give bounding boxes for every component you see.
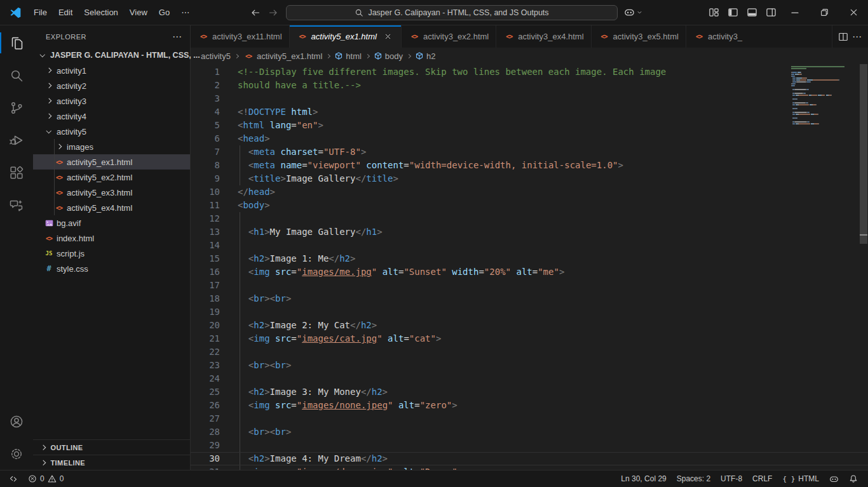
code-line-22[interactable]: 22 <box>191 345 868 359</box>
tab-activity3-ex11-html[interactable]: <>activity3_ex11.html <box>191 25 290 48</box>
editor-scrollbar[interactable] <box>859 64 868 470</box>
explorer-actions-icon[interactable]: ⋯ <box>172 31 182 43</box>
code-line-13[interactable]: 13 <h1>My Image Gallery</h1> <box>191 225 868 239</box>
activity-run-debug-button[interactable] <box>0 124 33 156</box>
explorer-item-activity5-ex4-html[interactable]: <>activity5_ex4.html <box>33 200 190 215</box>
code-line-7[interactable]: 7 <meta charset="UTF-8"> <box>191 145 868 159</box>
code-line-31[interactable]: 31 <img src="images/dream.jpg" alt="Drea… <box>191 465 868 470</box>
explorer-item-style-css[interactable]: #style.css <box>33 261 190 276</box>
breadcrumb-h2[interactable]: h2 <box>415 51 435 61</box>
menu-more[interactable]: ⋯ <box>175 6 196 19</box>
code-line-3[interactable]: 3 <box>191 92 868 105</box>
split-editor-button[interactable] <box>838 32 848 42</box>
activity-source-control-button[interactable] <box>0 91 33 124</box>
activity-settings-button[interactable] <box>0 437 33 470</box>
breadcrumb-html[interactable]: html <box>334 51 362 61</box>
toggle-primary-sidebar-button[interactable] <box>723 4 742 21</box>
code-line-28[interactable]: 28 <br><br> <box>191 425 868 439</box>
tab-activity5-ex1-html[interactable]: <>activity5_ex1.html <box>290 25 402 48</box>
language-mode[interactable]: { } HTML <box>777 470 824 487</box>
breadcrumb-body[interactable]: body <box>374 51 403 61</box>
explorer-item-images[interactable]: images <box>33 139 190 154</box>
tab-activity3-ex5-html[interactable]: <>activity3_ex5.html <box>592 25 686 48</box>
code-line-6[interactable]: 6<head> <box>191 132 868 145</box>
explorer-item-activity5-ex2-html[interactable]: <>activity5_ex2.html <box>33 170 190 185</box>
activity-explorer-button[interactable] <box>0 27 33 59</box>
code-line-1[interactable]: 1<!--Display five different images. Skip… <box>191 65 868 79</box>
notifications-bell[interactable] <box>844 470 863 487</box>
code-line-9[interactable]: 9 <title>Image Gallery</title> <box>191 172 868 185</box>
activity-search-button[interactable] <box>0 59 33 91</box>
scrollbar-thumb[interactable] <box>860 64 867 244</box>
breadcrumb-activity5[interactable]: activity5 <box>201 51 231 61</box>
code-line-21[interactable]: 21 <img src="images/cat.jpg" alt="cat"> <box>191 332 868 345</box>
activity-chat-button[interactable] <box>0 189 33 221</box>
explorer-item-activity3[interactable]: activity3 <box>33 93 190 109</box>
tab-activity3-[interactable]: <>activity3_ <box>686 25 832 48</box>
explorer-item-activity2[interactable]: activity2 <box>33 78 190 93</box>
code-line-4[interactable]: 4<!DOCTYPE html> <box>191 105 868 119</box>
code-line-11[interactable]: 11<body> <box>191 199 868 212</box>
code-line-2[interactable]: 2should have a title.--> <box>191 79 868 92</box>
code-line-17[interactable]: 17 <box>191 279 868 292</box>
tab-activity3-ex4-html[interactable]: <>activity3_ex4.html <box>496 25 591 48</box>
code-line-18[interactable]: 18 <br><br> <box>191 292 868 305</box>
code-line-16[interactable]: 16 <img src="images/me.jpg" alt="Sunset"… <box>191 265 868 279</box>
code-line-30[interactable]: 30 <h2>Image 4: My Dream</h2> <box>191 452 868 465</box>
menu-view[interactable]: View <box>124 6 153 19</box>
explorer-item-activity5-ex1-html[interactable]: <>activity5_ex1.html <box>33 154 190 170</box>
toggle-panel-button[interactable] <box>742 4 761 21</box>
explorer-item-activity5-ex3-html[interactable]: <>activity5_ex3.html <box>33 185 190 200</box>
code-line-8[interactable]: 8 <meta name="viewport" content="width=d… <box>191 159 868 172</box>
code-line-27[interactable]: 27 <box>191 412 868 425</box>
activity-extensions-button[interactable] <box>0 156 33 189</box>
explorer-item-bg-avif[interactable]: bg.avif <box>33 215 190 230</box>
copilot-menu[interactable] <box>622 4 643 21</box>
menu-go[interactable]: Go <box>153 6 175 19</box>
minimize-button[interactable] <box>780 0 810 25</box>
back-button[interactable] <box>250 8 261 18</box>
menu-selection[interactable]: Selection <box>78 6 123 19</box>
eol-selector[interactable]: CRLF <box>747 470 777 487</box>
copilot-status[interactable] <box>824 470 844 487</box>
breadcrumb-activity5-ex1-html[interactable]: <>activity5_ex1.html <box>243 51 322 61</box>
code-line-14[interactable]: 14 <box>191 239 868 252</box>
code-line-29[interactable]: 29 <box>191 439 868 452</box>
explorer-item-script-js[interactable]: JSscript.js <box>33 246 190 261</box>
outline-section[interactable]: OUTLINE <box>33 439 190 455</box>
code-line-10[interactable]: 10</head> <box>191 185 868 199</box>
code-line-25[interactable]: 25 <h2>Image 3: My Money</h2> <box>191 385 868 399</box>
more-actions-button[interactable]: ⋯ <box>852 31 862 43</box>
menu-file[interactable]: File <box>28 6 53 19</box>
indentation[interactable]: Spaces: 2 <box>672 470 715 487</box>
explorer-item-jasper-g-calipayan-html-css-[interactable]: JASPER G. CALIPAYAN - HTML, CSS, ... <box>33 48 190 63</box>
code-line-26[interactable]: 26 <img src="images/none.jpeg" alt="zero… <box>191 399 868 412</box>
customize-layout-button[interactable] <box>704 4 723 21</box>
code-editor[interactable]: 1<!--Display five different images. Skip… <box>191 64 868 470</box>
encoding[interactable]: UTF-8 <box>715 470 747 487</box>
problems-indicator[interactable]: 0 0 <box>23 470 69 487</box>
close-tab-icon[interactable] <box>383 31 394 43</box>
code-line-5[interactable]: 5<html lang="en"> <box>191 119 868 132</box>
toggle-secondary-sidebar-button[interactable] <box>761 4 780 21</box>
remote-indicator[interactable] <box>4 470 23 487</box>
explorer-item-activity4[interactable]: activity4 <box>33 109 190 124</box>
code-line-15[interactable]: 15 <h2>Image 1: Me</h2> <box>191 252 868 265</box>
code-line-23[interactable]: 23 <br><br> <box>191 359 868 372</box>
minimap[interactable] <box>791 66 858 125</box>
explorer-item-activity5[interactable]: activity5 <box>33 124 190 139</box>
command-center-search[interactable]: Jasper G. Calipayan - HTML, CSS, and JS … <box>286 5 618 20</box>
timeline-section[interactable]: TIMELINE <box>33 455 190 470</box>
forward-button[interactable] <box>268 8 278 18</box>
code-line-24[interactable]: 24 <box>191 372 868 385</box>
cursor-position[interactable]: Ln 30, Col 29 <box>616 470 671 487</box>
code-line-20[interactable]: 20 <h2>Image 2: My Cat</h2> <box>191 319 868 332</box>
code-line-19[interactable]: 19 <box>191 305 868 319</box>
menu-edit[interactable]: Edit <box>53 6 78 19</box>
activity-account-button[interactable] <box>0 405 33 437</box>
close-button[interactable] <box>839 0 868 25</box>
tab-activity3-ex2-html[interactable]: <>activity3_ex2.html <box>402 25 496 48</box>
explorer-item-activity1[interactable]: activity1 <box>33 63 190 78</box>
explorer-item-index-html[interactable]: <>index.html <box>33 230 190 246</box>
code-line-12[interactable]: 12 <box>191 212 868 225</box>
